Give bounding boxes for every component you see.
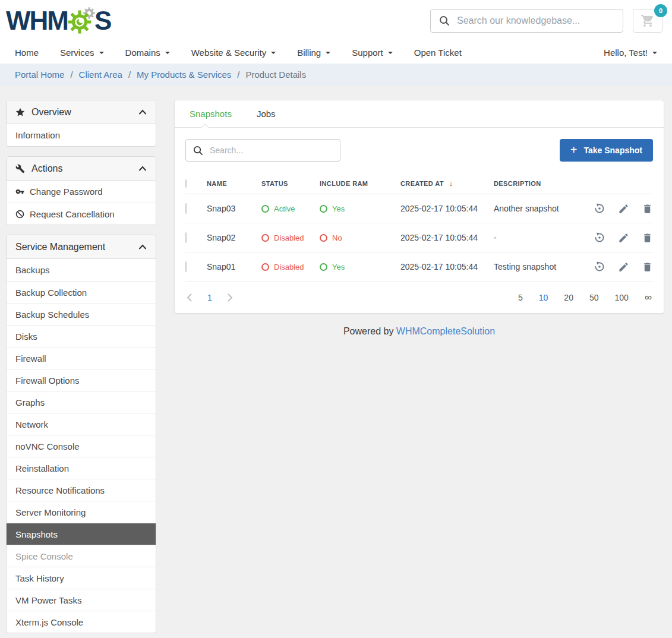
breadcrumb-current-page: Product Details	[245, 70, 306, 80]
page-size-100[interactable]: 100	[615, 293, 629, 302]
sidebar-item-network[interactable]: Network	[7, 413, 156, 435]
nav-item-open-ticket[interactable]: Open Ticket	[414, 48, 462, 58]
snapshots-table: NAME STATUS INCLUDE RAM CREATED AT ↓ DES…	[175, 173, 664, 282]
sidebar-item-firewall-options[interactable]: Firewall Options	[7, 369, 156, 391]
star-icon	[15, 108, 25, 117]
sidebar-item-graphs[interactable]: Graphs	[7, 391, 156, 413]
chevron-up-icon	[138, 166, 147, 171]
row-checkbox[interactable]	[185, 261, 187, 272]
page-number[interactable]: 1	[207, 293, 212, 302]
select-all-checkbox[interactable]	[185, 179, 187, 188]
account-menu[interactable]: Hello, Test!	[604, 48, 657, 58]
page-size-50[interactable]: 50	[589, 293, 599, 302]
service-management-panel-header[interactable]: Service Management	[7, 235, 156, 259]
delete-snapshot-icon[interactable]	[642, 261, 653, 273]
column-header-include-ram[interactable]: INCLUDE RAM	[320, 180, 400, 187]
column-header-name[interactable]: NAME	[207, 180, 261, 187]
take-snapshot-button[interactable]: + Take Snapshot	[560, 139, 653, 162]
nav-item-support[interactable]: Support	[352, 48, 393, 58]
sidebar-item-firewall[interactable]: Firewall	[7, 347, 156, 369]
sidebar-item-backup-schedules[interactable]: Backup Schedules	[7, 303, 156, 325]
sidebar-item-server-monitoring[interactable]: Server Monitoring	[7, 501, 156, 523]
overview-panel-header[interactable]: Overview	[7, 100, 156, 124]
sidebar-item-vm-power-tasks[interactable]: VM Power Tasks	[7, 589, 156, 611]
cart-button[interactable]: 0	[633, 9, 662, 33]
snapshot-description: Testing snapshot	[494, 262, 582, 271]
sidebar-item-spice-console[interactable]: Spice Console	[7, 545, 156, 567]
sidebar-item-novnc-console[interactable]: noVNC Console	[7, 435, 156, 457]
next-page-icon[interactable]	[228, 293, 233, 302]
page-size-10[interactable]: 10	[539, 293, 548, 302]
column-header-description[interactable]: DESCRIPTION	[494, 180, 582, 187]
breadcrumb-portal-home[interactable]: Portal Home	[15, 70, 64, 80]
wrench-icon	[15, 164, 25, 173]
nav-label: Home	[15, 48, 39, 58]
sidebar-item-change-password[interactable]: Change Password	[7, 181, 156, 203]
delete-snapshot-icon[interactable]	[642, 232, 653, 244]
top-bar: WHM	[0, 0, 672, 42]
prev-page-icon[interactable]	[187, 293, 192, 302]
status-ring-icon	[320, 263, 327, 271]
page-size-5[interactable]: 5	[518, 293, 523, 302]
tab-jobs[interactable]: Jobs	[257, 109, 276, 119]
sidebar-item-resource-notifications[interactable]: Resource Notifications	[7, 479, 156, 501]
status-badge: Disabled	[261, 263, 320, 271]
edit-snapshot-icon[interactable]	[618, 232, 629, 244]
page-size-20[interactable]: 20	[564, 293, 573, 302]
powered-by-text: Powered by	[343, 326, 396, 336]
sidebar-item-task-history[interactable]: Task History	[7, 567, 156, 589]
restore-snapshot-icon[interactable]	[594, 261, 605, 273]
nav-item-home[interactable]: Home	[15, 48, 39, 58]
breadcrumb-separator: /	[237, 70, 239, 80]
whmcompletesolution-link[interactable]: WHMCompleteSolution	[396, 326, 495, 336]
breadcrumb-my-products[interactable]: My Products & Services	[137, 70, 231, 80]
sidebar-item-label: Request Cancellation	[30, 209, 115, 219]
sidebar-item-backup-collection[interactable]: Backup Collection	[7, 281, 156, 303]
sidebar-item-backups[interactable]: Backups	[7, 259, 156, 281]
page-size-infinity-icon[interactable]: ∞	[645, 292, 652, 304]
table-search-input[interactable]	[210, 146, 333, 155]
logo-text-whm: WHM	[6, 8, 68, 34]
actions-panel-header[interactable]: Actions	[7, 157, 156, 181]
restore-snapshot-icon[interactable]	[594, 203, 605, 214]
cart-icon	[641, 14, 655, 28]
include-ram-badge: Yes	[320, 204, 400, 213]
sidebar-item-label: Reinstallation	[15, 463, 69, 473]
status-ring-icon	[320, 234, 327, 242]
edit-snapshot-icon[interactable]	[618, 261, 629, 273]
tab-snapshots[interactable]: Snapshots	[190, 109, 232, 119]
table-row: Snap02 Disabled No 2025-02-17 10:05:44 -	[185, 223, 653, 252]
nav-item-billing[interactable]: Billing	[297, 48, 330, 58]
breadcrumb-client-area[interactable]: Client Area	[79, 70, 122, 80]
whmcs-logo[interactable]: WHM	[6, 4, 111, 37]
created-at: 2025-02-17 10:05:44	[400, 204, 494, 213]
table-header-row: NAME STATUS INCLUDE RAM CREATED AT ↓ DES…	[185, 173, 653, 194]
knowledgebase-search-input[interactable]	[457, 15, 614, 26]
sidebar-item-disks[interactable]: Disks	[7, 325, 156, 347]
nav-item-website-security[interactable]: Website & Security	[191, 48, 276, 58]
column-header-status[interactable]: STATUS	[261, 180, 320, 187]
sidebar-item-request-cancellation[interactable]: Request Cancellation	[7, 203, 156, 225]
sidebar-item-label: Disks	[15, 331, 37, 342]
nav-item-domains[interactable]: Domains	[125, 48, 170, 58]
caret-down-icon	[652, 52, 657, 54]
row-checkbox[interactable]	[185, 232, 187, 243]
nav-label: Services	[60, 48, 94, 58]
plus-icon: +	[570, 144, 578, 156]
sort-desc-icon[interactable]: ↓	[449, 179, 453, 188]
sidebar-item-xtermjs-console[interactable]: Xterm.js Console	[7, 611, 156, 633]
table-search	[185, 139, 340, 162]
edit-snapshot-icon[interactable]	[618, 203, 629, 214]
nav-item-services[interactable]: Services	[60, 48, 104, 58]
delete-snapshot-icon[interactable]	[642, 203, 653, 214]
column-header-created-at[interactable]: CREATED AT	[400, 180, 444, 187]
nav-label: Website & Security	[191, 48, 266, 58]
sidebar-item-label: Graphs	[15, 397, 45, 408]
sidebar-item-snapshots[interactable]: Snapshots	[7, 523, 156, 545]
sidebar-item-reinstallation[interactable]: Reinstallation	[7, 457, 156, 479]
row-checkbox[interactable]	[185, 203, 187, 214]
restore-snapshot-icon[interactable]	[594, 232, 605, 244]
table-row: Snap01 Disabled Yes 2025-02-17 10:05:44 …	[185, 252, 653, 282]
sidebar-item-information[interactable]: Information	[7, 124, 156, 146]
page-size-options: 5 10 20 50 100 ∞	[518, 292, 652, 304]
